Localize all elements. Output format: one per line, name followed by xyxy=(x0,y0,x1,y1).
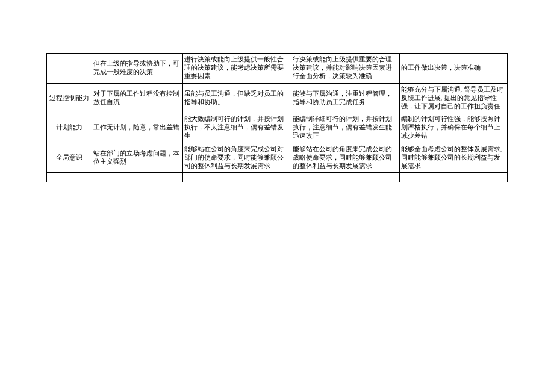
empty-cell xyxy=(399,173,507,182)
row-label xyxy=(47,54,92,84)
competency-table: 但在上级的指导或协助下，可完成一般难度的决策 进行决策或能向上级提供一般性合理的… xyxy=(46,53,508,182)
cell-level-b: 虽能与员工沟通，但缺乏对员工的指导和协助。 xyxy=(182,83,291,113)
cell-level-d: 能够全面考虑公司的整体发展需求, 同时能够兼顾公司的长期利益与发展需求 xyxy=(399,143,507,173)
empty-cell xyxy=(291,173,399,182)
empty-cell xyxy=(47,173,92,182)
cell-level-d: 的工作做出决策，决策准确 xyxy=(399,54,507,84)
row-label: 过程控制能力 xyxy=(47,83,92,113)
cell-level-d: 能够充分与下属沟通, 督导员工及时反馈工作进展, 提出的意见指导性强，让下属对自… xyxy=(399,83,507,113)
cell-level-a: 工作无计划，随意，常出差错 xyxy=(92,113,182,143)
cell-level-c: 能够与下属沟通，注重过程管理，指导和协助员工完成任务 xyxy=(291,83,399,113)
table-row: 全局意识 站在部门的立场考虑问题，本位主义强烈 能够站在公司的角度来完成公司对部… xyxy=(47,143,508,173)
cell-level-c: 能够站在公司的角度来完成公司的战略使命要求，同时能够兼顾公司的整体利益与长期发展… xyxy=(291,143,399,173)
cell-level-b: 能够站在公司的角度来完成公司对部门的使命要求，同时能够兼顾公司的整体利益与长期发… xyxy=(182,143,291,173)
cell-level-a: 站在部门的立场考虑问题，本位主义强烈 xyxy=(92,143,182,173)
table-row-empty xyxy=(47,173,508,182)
cell-level-d: 编制的计划可行性强，能够按照计划严格执行，并确保在每个细节上减少差错 xyxy=(399,113,507,143)
cell-level-c: 行决策或能向上级提供重要的合理决策建议，并能对影响决策因素进行全面分析，决策较为… xyxy=(291,54,399,84)
empty-cell xyxy=(182,173,291,182)
cell-level-a: 对于下属的工作过程没有控制放任自流 xyxy=(92,83,182,113)
cell-level-b: 能大致编制可行的计划，并按计划执行，不太注意细节，偶有差错发生 xyxy=(182,113,291,143)
row-label: 计划能力 xyxy=(47,113,92,143)
row-label: 全局意识 xyxy=(47,143,92,173)
cell-level-b: 进行决策或能向上级提供一般性合理的决策建议，能考虑决策所需要重要因素 xyxy=(182,54,291,84)
cell-level-c: 能编制详细可行的计划，并按计划执行，注意细节，偶有差错发生能迅速改正 xyxy=(291,113,399,143)
table-row: 过程控制能力 对于下属的工作过程没有控制放任自流 虽能与员工沟通，但缺乏对员工的… xyxy=(47,83,508,113)
cell-level-a: 但在上级的指导或协助下，可完成一般难度的决策 xyxy=(92,54,182,84)
table-row: 但在上级的指导或协助下，可完成一般难度的决策 进行决策或能向上级提供一般性合理的… xyxy=(47,54,508,84)
document-page: 但在上级的指导或协助下，可完成一般难度的决策 进行决策或能向上级提供一般性合理的… xyxy=(0,0,554,182)
table-row: 计划能力 工作无计划，随意，常出差错 能大致编制可行的计划，并按计划执行，不太注… xyxy=(47,113,508,143)
empty-cell xyxy=(92,173,182,182)
